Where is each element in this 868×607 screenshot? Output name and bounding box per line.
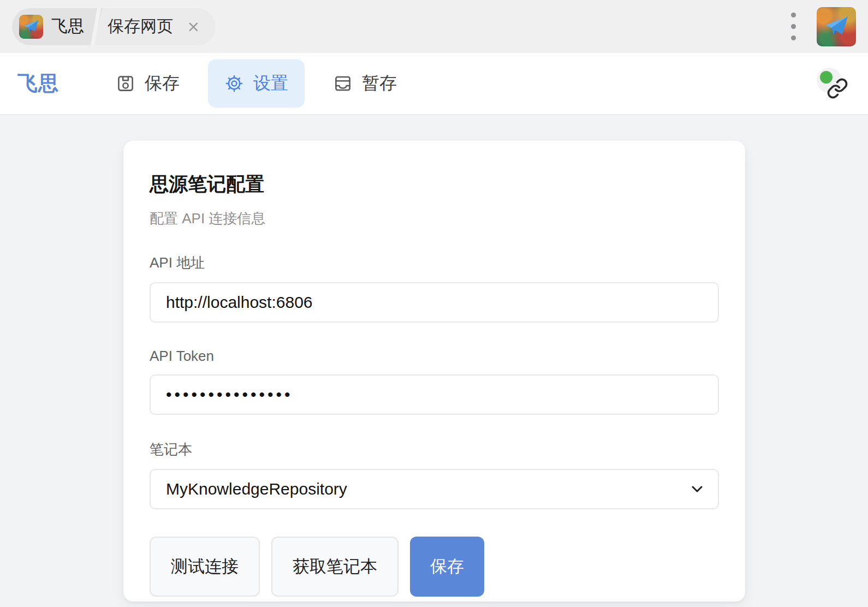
save-config-button[interactable]: 保存 <box>410 537 484 597</box>
save-page-button[interactable]: 保存 <box>99 59 196 108</box>
inbox-tray-icon <box>333 74 353 93</box>
close-icon[interactable] <box>185 19 201 35</box>
settings-button[interactable]: 设置 <box>208 59 305 108</box>
window-topbar: 飞思 保存网页 <box>0 0 868 53</box>
card-title: 思源笔记配置 <box>150 171 719 197</box>
extension-toolbar: 飞思 保存 设置 暂存 <box>0 53 868 115</box>
siyuan-config-card: 思源笔记配置 配置 API 连接信息 API 地址 API Token 笔记本 … <box>123 141 745 602</box>
gear-icon <box>224 74 244 93</box>
settings-label: 设置 <box>253 72 288 96</box>
api-token-input[interactable] <box>150 374 719 415</box>
link-icon <box>827 78 848 99</box>
fetch-notebooks-button[interactable]: 获取笔记本 <box>271 537 399 597</box>
floppy-disk-icon <box>116 74 135 93</box>
notebook-label: 笔记本 <box>150 440 719 459</box>
kebab-menu-icon[interactable] <box>787 8 800 45</box>
stash-button[interactable]: 暂存 <box>317 59 413 108</box>
notebook-select[interactable]: MyKnowledgeRepository <box>150 469 719 509</box>
connection-status[interactable] <box>817 68 848 99</box>
api-token-label: API Token <box>150 348 719 365</box>
notebook-selected-value: MyKnowledgeRepository <box>166 480 347 498</box>
card-subtitle: 配置 API 连接信息 <box>150 209 719 228</box>
chevron-down-icon <box>688 480 706 498</box>
api-url-input[interactable] <box>150 282 719 323</box>
save-page-label: 保存 <box>145 72 180 96</box>
api-url-label: API 地址 <box>150 253 719 272</box>
tab-brand-label: 飞思 <box>51 15 84 38</box>
extension-tab-brand-segment[interactable]: 飞思 <box>12 8 103 45</box>
brand-title: 飞思 <box>17 70 59 97</box>
tab-page-title: 保存网页 <box>108 15 173 38</box>
main-area: 思源笔记配置 配置 API 连接信息 API 地址 API Token 笔记本 … <box>0 115 868 602</box>
test-connection-button[interactable]: 测试连接 <box>150 537 260 597</box>
extension-tab-page-segment[interactable]: 保存网页 <box>99 8 216 45</box>
app-logo-icon <box>817 7 856 46</box>
actions-row: 测试连接 获取笔记本 保存 <box>150 537 719 597</box>
stash-label: 暂存 <box>362 72 397 96</box>
extension-tab[interactable]: 飞思 保存网页 <box>12 8 216 45</box>
topbar-right-controls <box>787 7 856 46</box>
paper-plane-favicon-icon <box>19 15 43 39</box>
